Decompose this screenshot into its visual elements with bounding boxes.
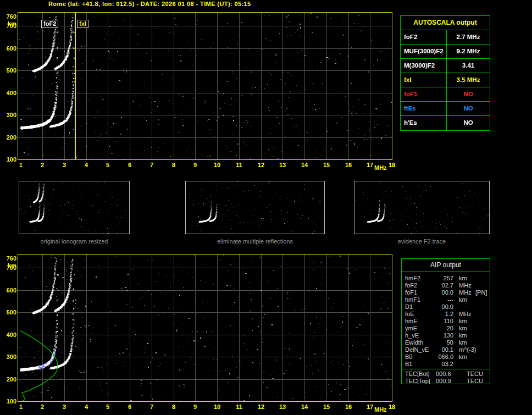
aip-row-value: 00.1 bbox=[437, 346, 453, 353]
aip-row-B1: B103.2 bbox=[402, 361, 490, 368]
top-y-tick-600: 600 bbox=[2, 45, 16, 52]
aip-row-param: B0 bbox=[405, 353, 437, 361]
aip-row-note bbox=[473, 303, 490, 311]
autoscala-row-M(3000)F2: M(3000)F23.41 bbox=[401, 59, 490, 73]
top-x-tick-5: 5 bbox=[102, 162, 114, 168]
aip-row-unit: km bbox=[453, 275, 473, 282]
bottom-x-tick-8: 8 bbox=[168, 403, 180, 410]
autoscala-param-value: NO bbox=[447, 102, 490, 115]
bottom-ionogram-plot bbox=[18, 254, 392, 401]
top-ionogram-frame: foF2 fxI bbox=[18, 12, 392, 160]
autoscala-param-label: h'Es bbox=[401, 116, 447, 130]
tec-value: 000.6 bbox=[436, 370, 460, 378]
aip-row-unit: km bbox=[453, 296, 473, 303]
bottom-x-tick-13: 13 bbox=[276, 403, 289, 410]
autoscala-table-title: AUTOSCALA output bbox=[401, 16, 490, 30]
aip-row-note bbox=[473, 325, 490, 332]
aip-row-note bbox=[473, 353, 490, 361]
tec-param: TEC[Top] bbox=[405, 378, 436, 385]
bottom-x-tick-15: 15 bbox=[320, 403, 332, 410]
aip-row-h_vE: h_vE130km bbox=[402, 332, 490, 339]
aip-row-hmF2: hmF2257km bbox=[402, 275, 490, 282]
top-x-tick-3: 3 bbox=[58, 162, 70, 168]
caption-original-ionogram: original ionogram resized bbox=[19, 238, 130, 245]
autoscala-param-label: foF1 bbox=[401, 87, 447, 101]
top-x-tick-15: 15 bbox=[320, 162, 332, 168]
aip-row-value: 110 bbox=[437, 318, 453, 325]
caption-eliminate-multiples: eliminate multiple reflections bbox=[185, 238, 325, 245]
aip-row-note bbox=[473, 339, 490, 346]
aip-row-DelN_vE: DelN_vE00.1m^(-3) bbox=[402, 346, 490, 353]
aip-row-note bbox=[473, 332, 490, 339]
fxI-marker-label: fxI bbox=[77, 20, 88, 28]
bottom-ionogram-frame bbox=[18, 254, 392, 402]
aip-row-hmF1: hmF1---km bbox=[402, 296, 490, 303]
autoscala-output-table: AUTOSCALA output foF22.7 MHzMUF(3000)F29… bbox=[400, 15, 490, 131]
top-x-tick-11: 11 bbox=[233, 162, 245, 168]
tec-param: TEC[Bot] bbox=[405, 370, 436, 378]
aip-row-value: 257 bbox=[437, 275, 453, 282]
station-date-title: Rome (lat: +41.8, lon: 012.5) - DATE: 20… bbox=[48, 1, 251, 7]
thumbnail-f2-trace-canvas bbox=[354, 181, 489, 234]
aip-row-unit: MHz bbox=[453, 289, 473, 296]
bottom-x-tick-2: 2 bbox=[36, 403, 48, 410]
top-ionogram-plot bbox=[18, 13, 392, 159]
bottom-x-tick-4: 4 bbox=[80, 403, 92, 410]
aip-row-B0: B0066.0km bbox=[402, 353, 490, 361]
top-x-tick-12: 12 bbox=[255, 162, 267, 168]
autoscala-param-value: NO bbox=[447, 87, 490, 101]
aip-row-unit bbox=[453, 303, 473, 311]
aip-row-value: 066.0 bbox=[437, 353, 453, 361]
top-x-tick-18: 18 bbox=[386, 162, 398, 168]
autoscala-table-rows: foF22.7 MHzMUF(3000)F29.2 MHzM(3000)F23.… bbox=[401, 30, 490, 130]
aip-row-Ewidth: Ewidth50km bbox=[402, 339, 490, 346]
aip-row-param: hmF2 bbox=[405, 275, 437, 282]
top-x-tick-8: 8 bbox=[168, 162, 180, 168]
top-x-tick-6: 6 bbox=[124, 162, 136, 168]
tec-unit: TECU bbox=[460, 370, 490, 378]
aip-tec-row-TEC[Bot]: TEC[Bot]000.6TECU bbox=[402, 370, 490, 378]
bottom-x-tick-10: 10 bbox=[211, 403, 223, 410]
top-y-tick-200: 200 bbox=[2, 134, 16, 141]
aip-row-param: DelN_vE bbox=[405, 346, 437, 353]
bottom-x-tick-5: 5 bbox=[102, 403, 114, 410]
aip-row-value: 20 bbox=[437, 325, 453, 332]
aip-row-value: --- bbox=[437, 296, 453, 303]
aip-row-param: hmE bbox=[405, 318, 437, 325]
aip-row-param: foF2 bbox=[405, 282, 437, 289]
aip-row-note bbox=[473, 296, 490, 303]
aip-row-value: 00.0 bbox=[437, 303, 453, 311]
top-x-axis-unit: MHz bbox=[374, 164, 387, 171]
aip-row-unit: MHz bbox=[453, 311, 473, 318]
top-x-tick-16: 16 bbox=[342, 162, 354, 168]
thumbnail-f2-trace bbox=[354, 181, 490, 234]
aip-row-param: h_vE bbox=[405, 332, 437, 339]
aip-row-note bbox=[473, 282, 490, 289]
aip-row-unit: m^(-3) bbox=[453, 346, 473, 353]
bottom-x-tick-11: 11 bbox=[233, 403, 245, 410]
bottom-y-tick-500: 500 bbox=[2, 309, 16, 316]
bottom-x-tick-6: 6 bbox=[124, 403, 136, 410]
autoscala-row-fxI: fxI3.5 MHz bbox=[401, 73, 490, 87]
aip-row-param: foF1 bbox=[405, 289, 437, 296]
aip-row-value: 02.7 bbox=[437, 282, 453, 289]
aip-tec-rows: TEC[Bot]000.6TECUTEC[Top]000.9TECU bbox=[402, 369, 490, 385]
top-y-tick-300: 300 bbox=[2, 112, 16, 118]
aip-row-note bbox=[473, 361, 490, 368]
aip-row-unit: km bbox=[453, 318, 473, 325]
aip-row-unit: km bbox=[453, 325, 473, 332]
bottom-x-tick-12: 12 bbox=[255, 403, 267, 410]
top-x-tick-13: 13 bbox=[276, 162, 289, 168]
bottom-x-tick-1: 1 bbox=[15, 403, 27, 410]
aip-row-param: ymE bbox=[405, 325, 437, 332]
aip-row-unit: MHz bbox=[453, 282, 473, 289]
autoscala-row-MUF(3000)F2: MUF(3000)F29.2 MHz bbox=[401, 45, 490, 59]
bottom-y-tick-600: 600 bbox=[2, 287, 16, 294]
aip-row-param: foE bbox=[405, 311, 437, 318]
top-x-tick-14: 14 bbox=[298, 162, 311, 168]
autoscala-param-label: ftEs bbox=[401, 102, 447, 115]
aip-row-unit: km bbox=[453, 332, 473, 339]
bottom-x-tick-16: 16 bbox=[342, 403, 354, 410]
aip-row-note bbox=[473, 275, 490, 282]
top-x-tick-1: 1 bbox=[15, 162, 27, 168]
